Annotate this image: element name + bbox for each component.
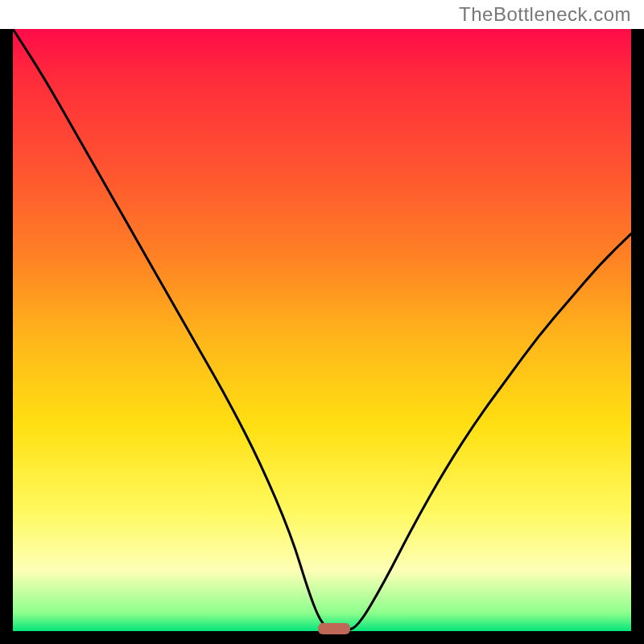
plot-frame — [0, 29, 644, 644]
watermark-text: TheBottleneck.com — [459, 3, 631, 26]
optimum-marker — [318, 623, 350, 634]
bottleneck-curve-svg — [13, 29, 631, 631]
bottleneck-curve-path — [13, 29, 631, 631]
bottleneck-chart: TheBottleneck.com — [0, 0, 644, 644]
